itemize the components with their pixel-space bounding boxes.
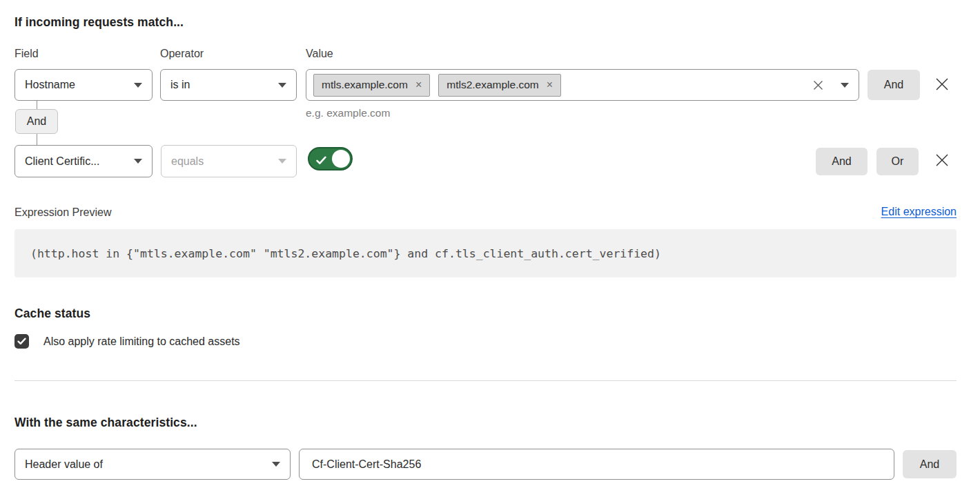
or-button-row2[interactable]: Or [876, 148, 919, 175]
value-tag: mtls2.example.com × [438, 74, 561, 97]
chevron-down-icon [134, 159, 142, 164]
chevron-down-icon [134, 83, 142, 88]
value-tag-label: mtls.example.com [322, 79, 408, 91]
value-field-controls [812, 79, 849, 91]
rule-builder-panel: If incoming requests match... Field Oper… [0, 0, 980, 497]
close-icon [934, 153, 950, 168]
expression-code: (http.host in {"mtls.example.com" "mtls2… [14, 247, 661, 260]
value-multiselect-row1[interactable]: mtls.example.com × mtls2.example.com × [306, 69, 859, 101]
and-button-row2[interactable]: And [816, 148, 868, 175]
connector-line-top [37, 100, 37, 109]
operator-select-row1[interactable]: is in [160, 69, 297, 101]
field-select-row1-value: Hostname [25, 79, 75, 91]
check-icon [17, 338, 26, 345]
value-helper-text: e.g. example.com [306, 107, 390, 119]
match-section-title: If incoming requests match... [14, 15, 184, 30]
characteristic-select[interactable]: Header value of [14, 449, 291, 480]
and-button-characteristics[interactable]: And [903, 450, 957, 478]
cached-assets-checkbox[interactable] [14, 334, 29, 349]
cert-verified-toggle[interactable] [308, 147, 353, 170]
check-icon [316, 155, 326, 168]
chevron-down-icon[interactable] [841, 83, 849, 88]
field-select-row1[interactable]: Hostname [14, 69, 153, 101]
expression-preview-label: Expression Preview [14, 206, 112, 219]
field-column-label: Field [14, 48, 39, 60]
characteristics-title: With the same characteristics... [14, 416, 197, 430]
field-select-row2-value: Client Certific... [25, 155, 99, 168]
close-icon [934, 77, 950, 92]
value-tag: mtls.example.com × [313, 74, 430, 97]
expression-code-block: (http.host in {"mtls.example.com" "mtls2… [14, 229, 957, 277]
section-divider [14, 380, 957, 381]
characteristic-select-value: Header value of [25, 458, 103, 471]
cached-assets-checkbox-label: Also apply rate limiting to cached asset… [43, 335, 240, 348]
field-select-row2[interactable]: Client Certific... [14, 145, 153, 177]
value-column-label: Value [306, 48, 333, 60]
operator-column-label: Operator [160, 48, 204, 60]
chevron-down-icon [278, 83, 286, 88]
remove-row1-button[interactable] [934, 76, 950, 92]
edit-expression-link[interactable]: Edit expression [881, 206, 957, 218]
chevron-down-icon [278, 159, 286, 164]
tag-remove-icon[interactable]: × [415, 79, 422, 90]
cache-status-title: Cache status [14, 306, 90, 321]
header-name-input[interactable] [299, 449, 894, 480]
operator-select-row2-disabled: equals [161, 145, 297, 177]
operator-select-row1-value: is in [170, 79, 190, 91]
remove-row2-button[interactable] [934, 152, 950, 168]
clear-icon[interactable] [812, 79, 824, 91]
operator-select-row2-value: equals [171, 155, 204, 168]
and-button-row1[interactable]: And [868, 70, 920, 100]
toggle-knob [332, 150, 350, 168]
connector-and-chip: And [15, 109, 58, 134]
tag-remove-icon[interactable]: × [547, 79, 553, 90]
chevron-down-icon [272, 462, 280, 467]
value-tag-label: mtls2.example.com [447, 79, 539, 91]
connector-line-bottom [37, 134, 37, 145]
